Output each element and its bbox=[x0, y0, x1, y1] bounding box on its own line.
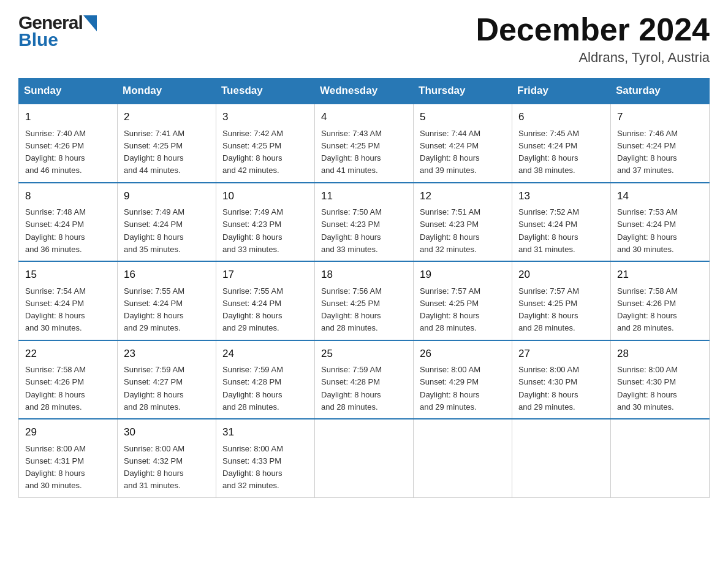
day-info: Sunrise: 7:59 AMSunset: 4:28 PMDaylight:… bbox=[222, 365, 283, 412]
calendar-week-row: 29 Sunrise: 8:00 AMSunset: 4:31 PMDaylig… bbox=[19, 419, 710, 497]
day-info: Sunrise: 8:00 AMSunset: 4:33 PMDaylight:… bbox=[222, 444, 283, 491]
day-number: 29 bbox=[25, 424, 111, 440]
day-info: Sunrise: 8:00 AMSunset: 4:30 PMDaylight:… bbox=[617, 365, 678, 412]
day-info: Sunrise: 7:43 AMSunset: 4:25 PMDaylight:… bbox=[321, 129, 382, 175]
day-number: 8 bbox=[25, 188, 111, 204]
day-number: 15 bbox=[25, 267, 111, 283]
day-info: Sunrise: 8:00 AMSunset: 4:31 PMDaylight:… bbox=[25, 444, 86, 491]
calendar-cell: 25 Sunrise: 7:59 AMSunset: 4:28 PMDaylig… bbox=[315, 340, 414, 419]
day-number: 12 bbox=[420, 188, 506, 204]
day-info: Sunrise: 7:53 AMSunset: 4:24 PMDaylight:… bbox=[617, 207, 678, 254]
calendar-cell: 17 Sunrise: 7:55 AMSunset: 4:24 PMDaylig… bbox=[216, 261, 315, 340]
day-info: Sunrise: 7:57 AMSunset: 4:25 PMDaylight:… bbox=[518, 286, 579, 333]
location-subtitle: Aldrans, Tyrol, Austria bbox=[476, 50, 710, 66]
day-info: Sunrise: 7:57 AMSunset: 4:25 PMDaylight:… bbox=[420, 286, 480, 333]
calendar-cell: 6 Sunrise: 7:45 AMSunset: 4:24 PMDayligh… bbox=[512, 104, 611, 183]
month-title: December 2024 bbox=[476, 12, 710, 47]
calendar-week-row: 1 Sunrise: 7:40 AMSunset: 4:26 PMDayligh… bbox=[19, 104, 710, 183]
title-area: December 2024 Aldrans, Tyrol, Austria bbox=[476, 12, 710, 66]
calendar-cell: 10 Sunrise: 7:49 AMSunset: 4:23 PMDaylig… bbox=[216, 183, 315, 262]
calendar-cell bbox=[315, 419, 414, 497]
day-info: Sunrise: 7:49 AMSunset: 4:23 PMDaylight:… bbox=[222, 207, 283, 254]
day-number: 30 bbox=[124, 424, 210, 440]
day-number: 4 bbox=[321, 109, 407, 125]
day-info: Sunrise: 7:59 AMSunset: 4:28 PMDaylight:… bbox=[321, 365, 382, 412]
calendar-cell: 5 Sunrise: 7:44 AMSunset: 4:24 PMDayligh… bbox=[414, 104, 512, 183]
day-info: Sunrise: 7:45 AMSunset: 4:24 PMDaylight:… bbox=[518, 129, 579, 175]
day-number: 21 bbox=[617, 267, 703, 283]
calendar-cell: 2 Sunrise: 7:41 AMSunset: 4:25 PMDayligh… bbox=[118, 104, 216, 183]
day-header-tuesday: Tuesday bbox=[216, 79, 315, 104]
day-number: 19 bbox=[420, 267, 506, 283]
day-info: Sunrise: 7:50 AMSunset: 4:23 PMDaylight:… bbox=[321, 207, 382, 254]
day-number: 1 bbox=[25, 109, 111, 125]
calendar-cell: 9 Sunrise: 7:49 AMSunset: 4:24 PMDayligh… bbox=[118, 183, 216, 262]
calendar-cell: 30 Sunrise: 8:00 AMSunset: 4:32 PMDaylig… bbox=[118, 419, 216, 497]
day-info: Sunrise: 7:41 AMSunset: 4:25 PMDaylight:… bbox=[124, 129, 184, 175]
day-number: 24 bbox=[222, 346, 308, 362]
calendar-cell: 13 Sunrise: 7:52 AMSunset: 4:24 PMDaylig… bbox=[512, 183, 611, 262]
calendar-cell: 19 Sunrise: 7:57 AMSunset: 4:25 PMDaylig… bbox=[414, 261, 512, 340]
day-info: Sunrise: 7:59 AMSunset: 4:27 PMDaylight:… bbox=[124, 365, 184, 412]
day-info: Sunrise: 7:58 AMSunset: 4:26 PMDaylight:… bbox=[25, 365, 86, 412]
day-number: 26 bbox=[420, 346, 506, 362]
calendar-cell: 3 Sunrise: 7:42 AMSunset: 4:25 PMDayligh… bbox=[216, 104, 315, 183]
day-number: 25 bbox=[321, 346, 407, 362]
day-header-thursday: Thursday bbox=[414, 79, 512, 104]
day-info: Sunrise: 7:51 AMSunset: 4:23 PMDaylight:… bbox=[420, 207, 480, 254]
day-info: Sunrise: 7:55 AMSunset: 4:24 PMDaylight:… bbox=[124, 286, 184, 333]
day-info: Sunrise: 7:40 AMSunset: 4:26 PMDaylight:… bbox=[25, 129, 86, 175]
calendar-cell: 26 Sunrise: 8:00 AMSunset: 4:29 PMDaylig… bbox=[414, 340, 512, 419]
day-number: 6 bbox=[518, 109, 604, 125]
day-number: 16 bbox=[124, 267, 210, 283]
calendar-cell: 18 Sunrise: 7:56 AMSunset: 4:25 PMDaylig… bbox=[315, 261, 414, 340]
day-header-friday: Friday bbox=[512, 79, 611, 104]
calendar-table: SundayMondayTuesdayWednesdayThursdayFrid… bbox=[18, 78, 710, 498]
calendar-cell: 31 Sunrise: 8:00 AMSunset: 4:33 PMDaylig… bbox=[216, 419, 315, 497]
day-number: 20 bbox=[518, 267, 604, 283]
day-number: 22 bbox=[25, 346, 111, 362]
calendar-cell: 23 Sunrise: 7:59 AMSunset: 4:27 PMDaylig… bbox=[118, 340, 216, 419]
day-number: 17 bbox=[222, 267, 308, 283]
calendar-cell: 27 Sunrise: 8:00 AMSunset: 4:30 PMDaylig… bbox=[512, 340, 611, 419]
day-number: 3 bbox=[222, 109, 308, 125]
day-info: Sunrise: 8:00 AMSunset: 4:30 PMDaylight:… bbox=[518, 365, 579, 412]
day-number: 2 bbox=[124, 109, 210, 125]
day-info: Sunrise: 7:56 AMSunset: 4:25 PMDaylight:… bbox=[321, 286, 382, 333]
logo-area: General Blue bbox=[18, 12, 97, 50]
day-info: Sunrise: 8:00 AMSunset: 4:29 PMDaylight:… bbox=[420, 365, 480, 412]
day-number: 27 bbox=[518, 346, 604, 362]
day-info: Sunrise: 7:46 AMSunset: 4:24 PMDaylight:… bbox=[617, 129, 678, 175]
calendar-cell: 20 Sunrise: 7:57 AMSunset: 4:25 PMDaylig… bbox=[512, 261, 611, 340]
day-header-sunday: Sunday bbox=[19, 79, 118, 104]
day-number: 9 bbox=[124, 188, 210, 204]
calendar-cell: 24 Sunrise: 7:59 AMSunset: 4:28 PMDaylig… bbox=[216, 340, 315, 419]
calendar-cell bbox=[611, 419, 710, 497]
calendar-cell: 7 Sunrise: 7:46 AMSunset: 4:24 PMDayligh… bbox=[611, 104, 710, 183]
calendar-week-row: 8 Sunrise: 7:48 AMSunset: 4:24 PMDayligh… bbox=[19, 183, 710, 262]
day-info: Sunrise: 7:52 AMSunset: 4:24 PMDaylight:… bbox=[518, 207, 579, 254]
day-info: Sunrise: 7:55 AMSunset: 4:24 PMDaylight:… bbox=[222, 286, 283, 333]
day-number: 18 bbox=[321, 267, 407, 283]
day-number: 23 bbox=[124, 346, 210, 362]
day-number: 7 bbox=[617, 109, 703, 125]
calendar-cell: 29 Sunrise: 8:00 AMSunset: 4:31 PMDaylig… bbox=[19, 419, 118, 497]
day-number: 13 bbox=[518, 188, 604, 204]
calendar-cell: 22 Sunrise: 7:58 AMSunset: 4:26 PMDaylig… bbox=[19, 340, 118, 419]
calendar-week-row: 22 Sunrise: 7:58 AMSunset: 4:26 PMDaylig… bbox=[19, 340, 710, 419]
day-number: 10 bbox=[222, 188, 308, 204]
day-info: Sunrise: 7:54 AMSunset: 4:24 PMDaylight:… bbox=[25, 286, 86, 333]
page-header: General Blue December 2024 Aldrans, Tyro… bbox=[18, 12, 710, 66]
day-header-saturday: Saturday bbox=[611, 79, 710, 104]
day-info: Sunrise: 7:48 AMSunset: 4:24 PMDaylight:… bbox=[25, 207, 86, 254]
calendar-cell: 1 Sunrise: 7:40 AMSunset: 4:26 PMDayligh… bbox=[19, 104, 118, 183]
calendar-cell: 21 Sunrise: 7:58 AMSunset: 4:26 PMDaylig… bbox=[611, 261, 710, 340]
calendar-cell: 8 Sunrise: 7:48 AMSunset: 4:24 PMDayligh… bbox=[19, 183, 118, 262]
day-number: 5 bbox=[420, 109, 506, 125]
day-number: 14 bbox=[617, 188, 703, 204]
day-info: Sunrise: 7:58 AMSunset: 4:26 PMDaylight:… bbox=[617, 286, 678, 333]
logo-blue-text: Blue bbox=[18, 29, 97, 50]
calendar-cell: 16 Sunrise: 7:55 AMSunset: 4:24 PMDaylig… bbox=[118, 261, 216, 340]
day-header-wednesday: Wednesday bbox=[315, 79, 414, 104]
day-info: Sunrise: 7:44 AMSunset: 4:24 PMDaylight:… bbox=[420, 129, 480, 175]
